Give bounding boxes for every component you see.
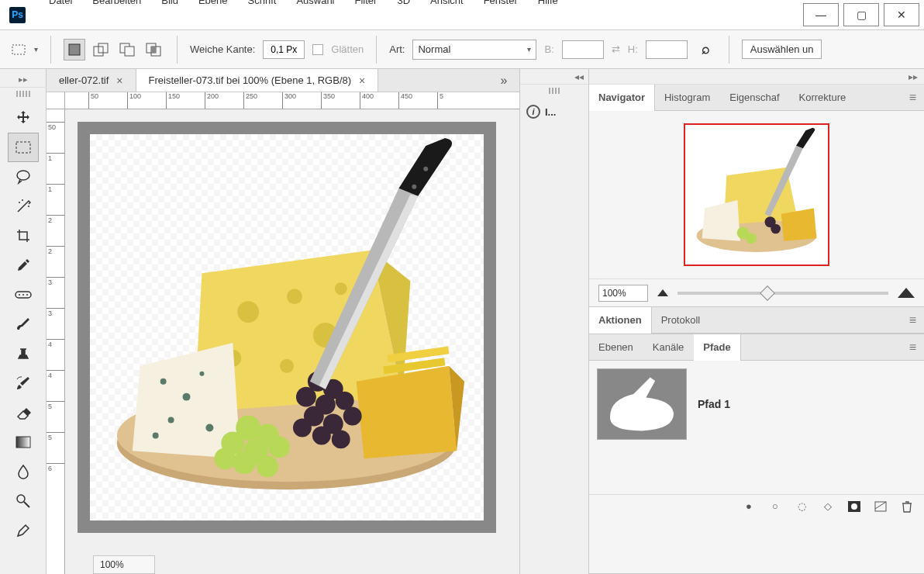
menu-filter[interactable]: Filter	[345, 0, 388, 14]
tab-history[interactable]: Protokoll	[652, 307, 711, 334]
tab-histogram[interactable]: Histogram	[655, 85, 720, 111]
fill-path-icon[interactable]: ●	[743, 500, 755, 513]
brush-tool[interactable]	[8, 309, 39, 339]
tabs-overflow-icon[interactable]: »	[493, 69, 515, 92]
toolbox: ▸▸	[0, 69, 47, 574]
dodge-tool[interactable]	[8, 486, 39, 516]
svg-rect-9	[16, 142, 30, 153]
info-panel-collapsed[interactable]: i I...	[520, 100, 588, 123]
marquee-tool[interactable]	[8, 133, 39, 162]
panels-collapse-icon[interactable]: ▸▸	[589, 69, 924, 85]
canvas-frame	[78, 122, 496, 533]
feather-input[interactable]	[263, 40, 305, 59]
ruler-origin[interactable]	[47, 92, 65, 109]
new-selection-icon[interactable]	[64, 39, 85, 61]
menu-type[interactable]: Schrift	[238, 0, 287, 14]
svg-point-31	[199, 372, 204, 376]
menu-window[interactable]: Fenster	[474, 0, 528, 14]
zoom-out-icon[interactable]	[657, 289, 668, 296]
path-to-selection-icon[interactable]: ◌	[795, 500, 808, 513]
menu-layer[interactable]: Ebene	[188, 0, 238, 14]
toolbox-expand-icon[interactable]: ▸▸	[0, 72, 47, 88]
history-brush-tool[interactable]	[8, 368, 39, 398]
add-selection-icon[interactable]	[90, 39, 112, 61]
menu-view[interactable]: Ansicht	[420, 0, 474, 14]
width-label: B:	[544, 43, 553, 55]
ruler-vertical[interactable]: 5011223344556	[47, 109, 65, 574]
svg-point-12	[22, 199, 23, 201]
navigator-thumbnail[interactable]	[684, 123, 829, 266]
tab-paths[interactable]: Pfade	[694, 334, 740, 361]
maximize-button[interactable]: ▢	[843, 3, 879, 26]
minimize-button[interactable]: —	[803, 3, 839, 26]
stroke-path-icon[interactable]: ○	[769, 500, 781, 513]
style-select[interactable]: Normal▾	[412, 40, 536, 60]
panel-menu-icon[interactable]: ≡	[902, 341, 924, 354]
svg-point-19	[17, 495, 25, 503]
menu-help[interactable]: Hilfe	[528, 0, 568, 14]
tab-channels[interactable]: Kanäle	[643, 334, 694, 361]
title-bar: Ps Datei Bearbeiten Bild Ebene Schrift A…	[0, 0, 924, 30]
menu-image[interactable]: Bild	[151, 0, 188, 14]
tab-properties[interactable]: Eigenschaf	[720, 85, 789, 111]
zoom-in-icon[interactable]	[898, 288, 915, 298]
swap-icon[interactable]: ⇄	[612, 43, 620, 55]
svg-point-55	[423, 167, 428, 171]
menu-edit[interactable]: Bearbeiten	[82, 0, 151, 14]
new-path-icon[interactable]	[874, 500, 887, 513]
svg-rect-0	[12, 45, 25, 54]
zoom-readout[interactable]: 100%	[93, 555, 155, 574]
navigator-zoom-slider[interactable]	[677, 292, 888, 295]
svg-point-54	[293, 419, 312, 437]
gradient-tool[interactable]	[8, 427, 39, 457]
tool-preset-icon[interactable]	[8, 39, 29, 61]
menu-select[interactable]: Auswahl	[286, 0, 344, 14]
select-mask-button[interactable]: Auswählen un	[742, 40, 822, 59]
subtract-selection-icon[interactable]	[116, 39, 138, 61]
intersect-selection-icon[interactable]	[143, 39, 164, 61]
svg-point-32	[205, 424, 213, 432]
panel-menu-icon[interactable]: ≡	[902, 313, 924, 327]
svg-rect-5	[125, 47, 134, 56]
svg-point-13	[28, 206, 29, 207]
pen-tool[interactable]	[8, 516, 39, 545]
document-tab-1[interactable]: eller-072.tif×	[47, 69, 136, 92]
antialias-checkbox[interactable]	[312, 44, 323, 55]
tab-actions[interactable]: Aktionen	[589, 307, 652, 334]
crop-tool[interactable]	[8, 221, 39, 251]
canvas[interactable]	[90, 134, 484, 520]
tab-navigator[interactable]: Navigator	[589, 85, 655, 111]
document-tab-2[interactable]: Freisteller-073.tif bei 100% (Ebene 1, R…	[136, 69, 379, 92]
search-icon[interactable]: ⌕	[702, 41, 710, 57]
menu-file[interactable]: Datei	[39, 0, 82, 14]
eyedropper-tool[interactable]	[8, 251, 39, 280]
blur-tool[interactable]	[8, 457, 39, 486]
lasso-tool[interactable]	[8, 162, 39, 192]
ruler-horizontal[interactable]: 501001502002503003504004505	[65, 92, 519, 109]
clone-stamp-tool[interactable]	[8, 339, 39, 368]
svg-point-15	[19, 294, 20, 296]
selection-to-path-icon[interactable]: ◇	[822, 500, 834, 513]
dock-collapse-icon[interactable]: ◂◂	[520, 69, 588, 85]
add-mask-icon[interactable]	[848, 500, 860, 513]
menu-3d[interactable]: 3D	[387, 0, 420, 14]
antialias-label: Glätten	[331, 43, 364, 55]
healing-brush-tool[interactable]	[8, 280, 39, 309]
path-row[interactable]: Pfad 1	[597, 368, 916, 440]
chevron-down-icon[interactable]: ▾	[34, 45, 38, 54]
svg-point-64	[851, 503, 857, 510]
tab-layers[interactable]: Ebenen	[589, 334, 643, 361]
magic-wand-tool[interactable]	[8, 192, 39, 221]
move-tool[interactable]	[8, 103, 39, 133]
close-icon[interactable]: ×	[359, 74, 365, 87]
navigator-zoom-input[interactable]: 100%	[598, 285, 648, 302]
close-icon[interactable]: ×	[116, 74, 122, 87]
close-button[interactable]: ✕	[884, 3, 919, 26]
svg-rect-8	[151, 47, 156, 53]
height-label: H:	[628, 43, 638, 55]
tab-adjustments[interactable]: Korrekture	[790, 85, 857, 111]
trash-icon[interactable]	[901, 500, 913, 513]
height-input	[646, 40, 688, 59]
eraser-tool[interactable]	[8, 398, 39, 427]
panel-menu-icon[interactable]: ≡	[902, 91, 924, 105]
